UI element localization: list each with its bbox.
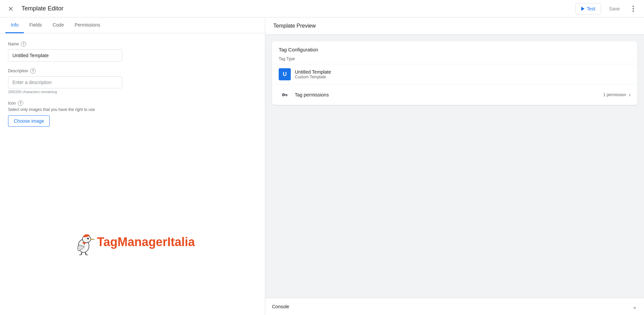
tab-info[interactable]: Info xyxy=(5,17,24,33)
chevron-down-icon: ⌄ xyxy=(632,303,637,310)
name-help-icon[interactable]: ? xyxy=(21,41,26,47)
watermark-bird-icon xyxy=(70,229,97,255)
tag-item[interactable]: U Untitled Template Custom Template xyxy=(272,64,637,84)
key-icon xyxy=(279,89,291,101)
header-actions: Test Save xyxy=(576,3,639,14)
permissions-row[interactable]: Tag permissions 1 permission › xyxy=(272,84,637,105)
main-layout: Info Fields Code Permissions Name ? Desc… xyxy=(0,17,644,315)
tag-icon: U xyxy=(279,68,291,80)
name-input[interactable] xyxy=(8,49,122,62)
char-count: 200/200 characters remaining xyxy=(8,90,257,94)
tag-subtitle: Custom Template xyxy=(295,75,631,79)
watermark-area: TagManagerItalia xyxy=(0,169,265,315)
tag-info: Untitled Template Custom Template xyxy=(295,69,631,79)
test-button[interactable]: Test xyxy=(576,3,601,14)
tab-permissions[interactable]: Permissions xyxy=(69,17,105,33)
close-button[interactable] xyxy=(5,3,16,14)
icon-hint: Select only images that you have the rig… xyxy=(8,107,257,112)
watermark: TagManagerItalia xyxy=(70,229,195,255)
right-panel: Template Preview Tag Configuration Tag T… xyxy=(265,17,644,315)
more-options-button[interactable] xyxy=(628,3,639,14)
name-label: Name ? xyxy=(8,41,257,47)
header-title: Template Editor xyxy=(21,5,576,12)
tag-type-label: Tag Type xyxy=(272,55,637,64)
form-area: Name ? Description ? 200/200 characters … xyxy=(0,33,265,169)
description-label: Description ? xyxy=(8,68,257,74)
choose-image-button[interactable]: Choose image xyxy=(8,115,50,127)
tab-code[interactable]: Code xyxy=(47,17,69,33)
tabs: Info Fields Code Permissions xyxy=(0,17,265,33)
svg-point-3 xyxy=(88,238,89,238)
preview-header: Template Preview xyxy=(265,17,644,35)
icon-help-icon[interactable]: ? xyxy=(18,101,23,106)
save-button[interactable]: Save xyxy=(604,3,625,14)
tag-name: Untitled Template xyxy=(295,69,631,75)
description-input[interactable] xyxy=(8,76,122,88)
permissions-count: 1 permission xyxy=(603,92,626,97)
tag-config-title: Tag Configuration xyxy=(272,41,637,55)
play-icon xyxy=(581,7,585,11)
icon-group: Icon ? Select only images that you have … xyxy=(8,101,257,127)
console-bar[interactable]: Console ⌄ xyxy=(265,298,644,315)
name-group: Name ? xyxy=(8,41,257,62)
header: Template Editor Test Save xyxy=(0,0,644,17)
permissions-label: Tag permissions xyxy=(295,92,603,97)
watermark-text: TagManagerItalia xyxy=(97,235,195,249)
left-panel: Info Fields Code Permissions Name ? Desc… xyxy=(0,17,265,315)
preview-content: Tag Configuration Tag Type U Untitled Te… xyxy=(265,35,644,298)
tab-fields[interactable]: Fields xyxy=(24,17,47,33)
icon-label: Icon ? xyxy=(8,101,257,106)
three-dots-icon xyxy=(630,5,637,12)
chevron-right-icon: › xyxy=(629,92,631,98)
svg-point-2 xyxy=(87,237,89,239)
description-group: Description ? 200/200 characters remaini… xyxy=(8,68,257,94)
console-label: Console xyxy=(272,304,289,309)
description-help-icon[interactable]: ? xyxy=(30,68,36,74)
tag-config-card: Tag Configuration Tag Type U Untitled Te… xyxy=(272,41,637,105)
